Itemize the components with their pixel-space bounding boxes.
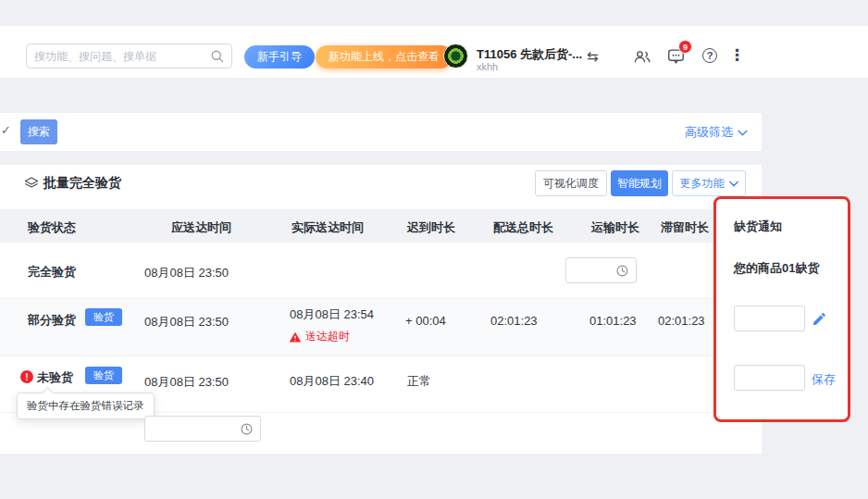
table-row-stripe bbox=[0, 298, 762, 356]
bottom-time-input[interactable] bbox=[144, 416, 261, 442]
error-indicator-icon[interactable]: ! bbox=[20, 370, 33, 383]
table-header-row bbox=[0, 209, 762, 243]
newbie-guide-button[interactable]: 新手引导 bbox=[244, 45, 315, 69]
advanced-filter-label: 高级筛选 bbox=[685, 124, 733, 141]
notice-panel-title: 缺货通知 bbox=[734, 218, 782, 235]
app-window: 新手引导 新功能上线，点击查看 T11056 先款后货-... xkhh ⇆ 9… bbox=[0, 0, 868, 499]
section-title: 批量完全验货 bbox=[43, 175, 121, 192]
row2-late: + 00:04 bbox=[405, 314, 446, 328]
more-menu-icon[interactable]: ⋮ bbox=[729, 45, 745, 65]
row3-actual: 08月08日 23:40 bbox=[290, 373, 374, 390]
col-header-stay: 滞留时长 bbox=[661, 219, 709, 236]
visual-dispatch-button[interactable]: 可视化调度 bbox=[535, 170, 607, 196]
avatar[interactable] bbox=[443, 44, 468, 69]
col-header-expected: 应送达时间 bbox=[171, 219, 231, 236]
notice-input-1-field[interactable] bbox=[741, 312, 798, 325]
row2-total: 02:01:23 bbox=[490, 314, 538, 328]
row2-transport: 01:01:23 bbox=[589, 314, 637, 328]
row3-late: 正常 bbox=[407, 373, 431, 390]
row2-expected: 08月08日 23:50 bbox=[144, 314, 229, 331]
switch-account-icon[interactable]: ⇆ bbox=[587, 48, 599, 65]
row3-inspect-button[interactable]: 验货 bbox=[85, 367, 122, 384]
row3-expected: 08月08日 23:50 bbox=[144, 374, 229, 391]
global-search-box[interactable] bbox=[26, 44, 232, 69]
help-icon[interactable]: ? bbox=[702, 48, 717, 63]
clock-icon bbox=[240, 422, 254, 436]
col-header-total: 配送总时长 bbox=[493, 219, 553, 236]
account-subname: xkhh bbox=[477, 61, 498, 72]
row1-status: 完全验货 bbox=[28, 264, 76, 281]
col-header-transport: 运输时长 bbox=[591, 219, 639, 236]
stockout-message: 您的商品01缺货 bbox=[734, 260, 819, 277]
row2-actual: 08月08日 23:54 bbox=[290, 306, 374, 323]
edit-pencil-icon[interactable] bbox=[812, 311, 827, 331]
row2-inspect-button[interactable]: 验货 bbox=[85, 308, 122, 326]
row1-time-input-field[interactable] bbox=[573, 264, 615, 277]
row3-status: 未验货 bbox=[37, 369, 73, 386]
notice-input-2[interactable] bbox=[734, 365, 805, 391]
row1-expected: 08月08日 23:50 bbox=[144, 265, 229, 281]
error-tooltip: 验货中存在验货错误记录 bbox=[17, 393, 155, 419]
clock-icon bbox=[615, 264, 629, 278]
smart-plan-button[interactable]: 智能规划 bbox=[611, 170, 668, 196]
chevron-down-icon bbox=[729, 181, 738, 187]
row2-overdue-warning: 送达超时 bbox=[289, 329, 350, 344]
check-mark: ✓ bbox=[1, 123, 11, 137]
advanced-filter-link[interactable]: 高级筛选 bbox=[685, 124, 748, 141]
notice-input-1[interactable] bbox=[734, 306, 805, 331]
new-feature-promo-button[interactable]: 新功能上线，点击查看 bbox=[316, 45, 453, 69]
row2-status: 部分验货 bbox=[28, 312, 76, 329]
col-header-status: 验货状态 bbox=[28, 219, 76, 236]
bottom-time-input-field[interactable] bbox=[152, 422, 240, 435]
row2-warning-label: 送达超时 bbox=[305, 329, 350, 344]
more-functions-label: 更多功能 bbox=[680, 176, 725, 192]
message-badge: 9 bbox=[678, 40, 692, 54]
search-input[interactable] bbox=[34, 50, 205, 63]
layers-icon bbox=[24, 176, 39, 194]
row1-time-input[interactable] bbox=[565, 257, 637, 283]
notice-input-2-field[interactable] bbox=[741, 371, 798, 384]
search-button[interactable]: 搜索 bbox=[20, 119, 57, 144]
row-divider bbox=[0, 356, 762, 356]
col-header-late: 迟到时长 bbox=[407, 219, 455, 236]
filter-bar bbox=[0, 113, 762, 151]
contacts-icon[interactable] bbox=[633, 49, 651, 68]
more-functions-button[interactable]: 更多功能 bbox=[672, 170, 746, 196]
col-header-actual: 实际送达时间 bbox=[291, 219, 364, 236]
warning-triangle-icon bbox=[289, 331, 302, 343]
chevron-down-icon bbox=[738, 130, 748, 136]
save-link[interactable]: 保存 bbox=[812, 371, 836, 388]
search-icon bbox=[210, 49, 224, 63]
row2-stay: 02:01:23 bbox=[658, 314, 705, 328]
row-divider bbox=[0, 298, 762, 299]
